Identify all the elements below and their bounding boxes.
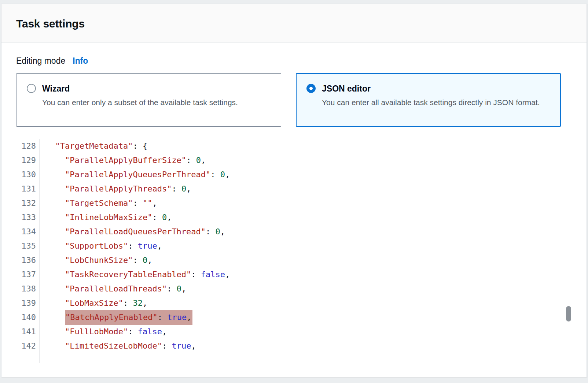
code-token: true (167, 313, 187, 322)
code-content[interactable]: "BatchApplyEnabled": true, (40, 310, 192, 324)
tile-json-editor[interactable]: JSON editor You can enter all available … (296, 73, 561, 127)
code-token: : (133, 256, 143, 265)
code-line[interactable]: 129 "ParallelApplyBufferSize": 0, (16, 153, 572, 167)
code-line[interactable]: 137 "TaskRecoveryTableEnabled": false, (16, 267, 572, 282)
code-token: 0 (177, 284, 181, 293)
code-token: , (186, 184, 191, 193)
tile-wizard[interactable]: Wizard You can enter only a subset of th… (16, 73, 281, 127)
code-token: 0 (216, 227, 220, 236)
code-token: , (191, 341, 196, 350)
code-token: false (201, 270, 225, 279)
code-line[interactable]: 142 "LimitedSizeLobMode": true, (16, 339, 572, 353)
code-token: : (152, 213, 162, 222)
tile-wizard-description: You can enter only a subset of the avail… (42, 96, 238, 109)
line-number: 133 (16, 210, 40, 224)
code-token: , (152, 198, 157, 208)
code-content[interactable]: "ParallelApplyThreads": 0, (40, 182, 191, 196)
code-line[interactable]: 131 "ParallelApplyThreads": 0, (16, 182, 572, 196)
code-line[interactable]: 136 "LobChunkSize": 0, (16, 253, 572, 267)
line-number: 135 (16, 239, 40, 253)
code-token: "LimitedSizeLobMode" (65, 341, 162, 350)
code-line[interactable]: 135 "SupportLobs": true, (16, 239, 572, 253)
tile-text: JSON editor You can enter all available … (322, 82, 540, 109)
code-token: true (138, 241, 157, 250)
line-number: 134 (16, 224, 40, 239)
code-content[interactable]: "LobChunkSize": 0, (40, 253, 152, 267)
panel-body: Editing mode Info Wizard You can enter o… (1, 43, 587, 363)
code-token: 0 (143, 256, 147, 265)
code-token: "ParallelApplyBufferSize" (65, 156, 186, 165)
code-token: true (172, 341, 191, 350)
code-line[interactable]: 141 "FullLobMode": false, (16, 324, 572, 339)
code-line[interactable]: 133 "InlineLobMaxSize": 0, (16, 210, 572, 224)
panel-header: Task settings (1, 4, 587, 43)
code-content[interactable]: "FullLobMode": false, (40, 324, 167, 339)
line-number: 132 (16, 196, 40, 210)
code-content[interactable]: "SupportLobs": true, (40, 239, 162, 253)
code-token: "InlineLobMaxSize" (65, 213, 152, 222)
code-content[interactable]: "InlineLobMaxSize": 0, (40, 210, 172, 224)
code-token: { (143, 141, 147, 150)
code-token: "LobMaxSize" (65, 298, 123, 308)
code-token: , (157, 241, 162, 250)
code-content[interactable]: "LobMaxSize": 32, (40, 296, 147, 310)
line-number: 136 (16, 253, 40, 267)
editor-scrollbar-thumb[interactable] (566, 306, 571, 321)
line-number: 130 (16, 167, 40, 182)
highlighted-code: "BatchApplyEnabled": true, (65, 310, 192, 325)
code-content[interactable]: "LimitedSizeLobMode": true, (40, 339, 196, 353)
code-token: "TargetSchema" (65, 198, 133, 208)
code-token: "BatchApplyEnabled" (65, 313, 158, 322)
code-token: "ParallelLoadThreads" (65, 284, 167, 293)
code-token: : (206, 227, 216, 236)
code-content[interactable]: "TargetMetadata": { (40, 139, 147, 153)
code-token: "ParallelApplyThreads" (65, 184, 172, 193)
code-line[interactable]: 139 "LobMaxSize": 32, (16, 296, 572, 310)
line-number (16, 353, 40, 363)
code-line[interactable]: 134 "ParallelLoadQueuesPerThread": 0, (16, 224, 572, 239)
code-token: : (133, 198, 143, 208)
code-token: : (186, 156, 196, 165)
editing-mode-row: Editing mode Info (16, 56, 572, 66)
info-link[interactable]: Info (73, 56, 88, 66)
line-number: 138 (16, 282, 40, 296)
code-token: "" (143, 198, 152, 208)
code-token: , (225, 170, 230, 179)
code-token: "TaskRecoveryTableEnabled" (65, 270, 191, 279)
code-content[interactable]: "ParallelLoadQueuesPerThread": 0, (40, 224, 225, 239)
code-line[interactable]: 140 "BatchApplyEnabled": true, (16, 310, 572, 324)
line-number: 131 (16, 182, 40, 196)
line-number: 141 (16, 324, 40, 339)
code-token: "ParallelApplyQueuesPerThread" (65, 170, 210, 179)
editing-mode-tiles: Wizard You can enter only a subset of th… (16, 73, 561, 127)
wizard-radio-button[interactable] (27, 84, 36, 93)
code-token: : (158, 313, 168, 322)
code-token: false (138, 327, 162, 336)
code-content[interactable]: "ParallelApplyQueuesPerThread": 0, (40, 167, 230, 182)
tile-json-editor-description: You can enter all available task setting… (322, 96, 540, 109)
code-token: 0 (220, 170, 225, 179)
code-token: 0 (196, 156, 201, 165)
code-line[interactable]: 138 "ParallelLoadThreads": 0, (16, 282, 572, 296)
code-content[interactable]: "ParallelApplyBufferSize": 0, (40, 153, 206, 167)
page-title: Task settings (16, 18, 572, 30)
line-number: 142 (16, 339, 40, 353)
code-token: : (133, 141, 143, 150)
json-code-editor[interactable]: 128 "TargetMetadata": {129 "ParallelAppl… (16, 139, 572, 363)
tile-text: Wizard You can enter only a subset of th… (42, 82, 238, 109)
code-token: , (147, 256, 152, 265)
code-token: , (181, 284, 186, 293)
code-token: "FullLobMode" (65, 327, 128, 336)
code-token: : (172, 184, 181, 193)
json-editor-radio-button[interactable] (306, 84, 316, 93)
code-token: : (167, 284, 177, 293)
code-token: "TargetMetadata" (55, 141, 133, 150)
code-content[interactable]: "TargetSchema": "", (40, 196, 157, 210)
code-line[interactable]: 128 "TargetMetadata": { (16, 139, 572, 153)
code-content[interactable]: "TaskRecoveryTableEnabled": false, (40, 267, 230, 282)
code-content[interactable]: "ParallelLoadThreads": 0, (40, 282, 186, 296)
code-line[interactable]: 132 "TargetSchema": "", (16, 196, 572, 210)
code-token: "SupportLobs" (65, 241, 128, 250)
code-line[interactable]: 130 "ParallelApplyQueuesPerThread": 0, (16, 167, 572, 182)
line-number: 139 (16, 296, 40, 310)
